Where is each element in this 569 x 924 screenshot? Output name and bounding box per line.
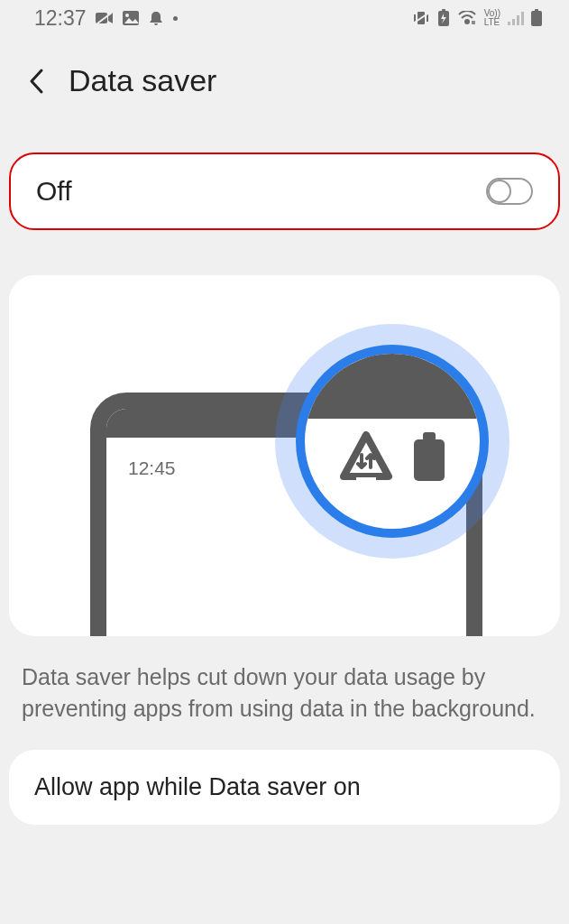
status-right: Vo))LTE: [412, 9, 542, 27]
illustration-card: 12:45: [9, 275, 560, 636]
allow-app-row[interactable]: Allow app while Data saver on: [9, 750, 560, 825]
allow-app-label: Allow app while Data saver on: [34, 773, 361, 800]
video-off-icon: [96, 12, 114, 24]
signal-icon: [508, 11, 524, 25]
image-icon: [123, 11, 139, 25]
svg-rect-14: [521, 12, 524, 25]
back-button[interactable]: [20, 65, 52, 97]
magnifier-icons: [305, 431, 480, 487]
status-left: 12:37: [34, 6, 178, 31]
svg-rect-16: [535, 9, 538, 12]
toggle-state-label: Off: [36, 176, 71, 207]
more-notifications-dot: [173, 16, 178, 21]
bell-icon: [148, 10, 164, 26]
battery-fill-icon: [412, 432, 446, 486]
toggle-switch[interactable]: [486, 178, 533, 205]
toggle-knob: [488, 180, 511, 203]
page-title: Data saver: [69, 63, 216, 98]
battery-saver-icon: [437, 9, 450, 27]
chevron-left-icon: [28, 68, 44, 95]
battery-icon: [531, 9, 542, 27]
svg-rect-11: [508, 22, 510, 25]
svg-rect-12: [512, 19, 515, 25]
svg-rect-17: [414, 439, 445, 481]
lte-label: Vo))LTE: [484, 9, 500, 27]
description-text: Data saver helps cut down your data usag…: [22, 661, 547, 725]
header: Data saver: [0, 36, 569, 116]
illustration-clock: 12:45: [128, 457, 176, 479]
svg-point-10: [465, 20, 469, 23]
data-saver-toggle-card[interactable]: Off: [9, 152, 560, 230]
svg-rect-13: [517, 15, 519, 25]
svg-point-3: [125, 14, 129, 17]
wifi-icon: [457, 11, 477, 25]
status-clock: 12:37: [34, 6, 87, 31]
magnifier-lens: [296, 345, 489, 538]
status-bar: 12:37 Vo))LTE: [0, 0, 569, 36]
svg-rect-15: [531, 11, 542, 26]
data-saver-triangle-icon: [338, 431, 394, 487]
svg-rect-9: [442, 9, 445, 12]
vibrate-icon: [412, 10, 430, 26]
svg-rect-18: [423, 432, 436, 441]
